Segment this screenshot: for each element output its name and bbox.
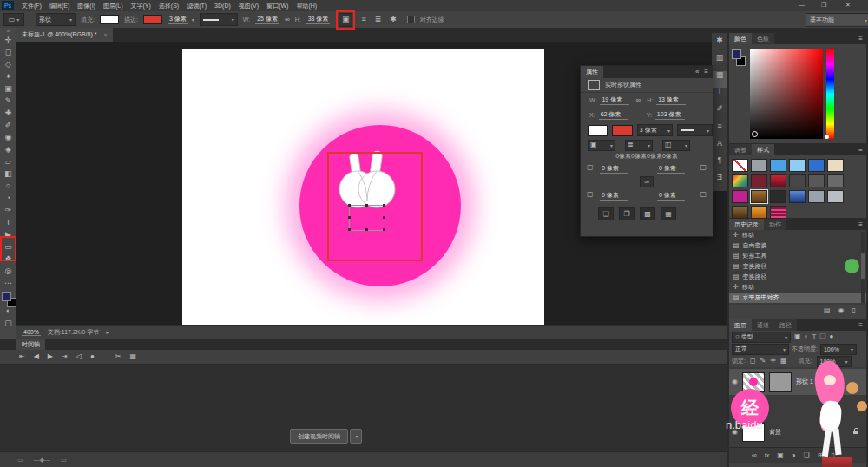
- tab-channels[interactable]: 通道: [752, 319, 774, 331]
- gradient-tool[interactable]: ◧: [4, 170, 12, 182]
- hue-slider[interactable]: [826, 49, 834, 139]
- layer-style-icon[interactable]: fx: [765, 452, 769, 458]
- panel-menu-icon[interactable]: ≡: [858, 36, 863, 43]
- style-swatch[interactable]: [770, 159, 786, 172]
- next-frame-icon[interactable]: ⇥: [62, 353, 68, 360]
- blend-mode-dropdown[interactable]: 正常▾: [732, 344, 789, 355]
- document-tab-close-icon[interactable]: ×: [103, 32, 107, 38]
- style-swatch[interactable]: [827, 174, 844, 187]
- intersect-shape-icon[interactable]: ▩: [640, 207, 655, 220]
- corner-radius-field[interactable]: 0 像素: [600, 191, 628, 201]
- pen-tool[interactable]: ✑: [5, 207, 12, 219]
- shape-height-field[interactable]: 13 像素: [656, 95, 686, 105]
- menu-help[interactable]: 帮助(H): [296, 2, 317, 10]
- style-swatch[interactable]: [751, 159, 767, 172]
- panel-menu-icon[interactable]: ≡: [704, 69, 708, 76]
- visibility-eye-icon[interactable]: ◉: [732, 378, 738, 385]
- menu-window[interactable]: 窗口(W): [266, 2, 288, 10]
- color-fg-bg-widget[interactable]: [732, 49, 747, 67]
- stroke-corners-dropdown[interactable]: ◫▾: [662, 140, 690, 151]
- menu-filter[interactable]: 滤镜(T): [187, 2, 207, 10]
- audio-icon[interactable]: ◁: [76, 353, 82, 360]
- tab-paths[interactable]: 路径: [774, 319, 797, 331]
- exclude-shape-icon[interactable]: ▦: [661, 207, 676, 220]
- layer-name[interactable]: 背景: [769, 428, 781, 437]
- anchor-point[interactable]: [348, 228, 351, 231]
- shape-y-field[interactable]: 103 像素: [655, 110, 685, 120]
- path-arrange-icon[interactable]: ≣: [375, 16, 382, 23]
- style-swatch[interactable]: [808, 190, 825, 203]
- tab-adjustments[interactable]: 调整: [729, 144, 752, 155]
- live-shape-path[interactable]: [349, 205, 385, 231]
- corner-checkbox-icon[interactable]: ▢: [587, 164, 594, 171]
- history-step[interactable]: ▤ 自由变换: [729, 240, 866, 251]
- prev-frame-icon[interactable]: ◀: [34, 353, 39, 360]
- timeline-type-dropdown[interactable]: ▾: [350, 429, 362, 444]
- dodge-tool[interactable]: ◔: [6, 194, 10, 207]
- adjustment-layer-icon[interactable]: ◑: [792, 452, 796, 459]
- style-swatch[interactable]: [732, 174, 748, 187]
- menu-file[interactable]: 文件(F): [22, 2, 42, 10]
- tab-color[interactable]: 颜色: [729, 33, 752, 44]
- document-canvas[interactable]: [182, 49, 544, 325]
- anchor-point[interactable]: [383, 204, 385, 207]
- blur-tool[interactable]: ○: [6, 182, 10, 194]
- corner-radius-field[interactable]: 0 像素: [657, 191, 685, 201]
- path-alignment-icon[interactable]: ≡: [361, 16, 365, 23]
- fg-color-swatch[interactable]: [732, 49, 741, 59]
- style-swatch[interactable]: [732, 190, 748, 203]
- timeline-zoom-slider[interactable]: —◆—: [34, 457, 50, 464]
- zoom-tool[interactable]: ◎: [5, 267, 12, 280]
- corner-checkbox-icon[interactable]: ▢: [587, 191, 594, 198]
- menu-image[interactable]: 图像(I): [77, 2, 95, 10]
- collapse-panel-icon[interactable]: «: [695, 69, 699, 76]
- timeline-zoom-in-icon[interactable]: ▭: [61, 457, 67, 464]
- menu-view[interactable]: 视图(V): [239, 2, 259, 10]
- panel-menu-icon[interactable]: ≡: [858, 147, 863, 154]
- lock-all-icon[interactable]: ▦: [780, 358, 787, 365]
- history-brush-tool[interactable]: ◈: [5, 146, 11, 158]
- tab-history[interactable]: 历史记录: [729, 219, 764, 230]
- anchor-point[interactable]: [383, 216, 385, 219]
- stroke-swatch[interactable]: [143, 15, 162, 24]
- restore-button[interactable]: ❐: [821, 2, 826, 9]
- fill-swatch[interactable]: [100, 15, 119, 24]
- marquee-tool[interactable]: ◻: [5, 49, 11, 61]
- link-radii-button[interactable]: ∞: [640, 176, 654, 187]
- layer-mask-icon[interactable]: ▣: [777, 452, 784, 459]
- shape-x-field[interactable]: 62 像素: [599, 110, 628, 120]
- document-tab[interactable]: 未标题-1 @ 400%(RGB/8) * ×: [16, 28, 113, 42]
- lasso-tool[interactable]: ◇: [5, 61, 11, 73]
- stroke-align-dropdown[interactable]: ▣▾: [588, 140, 615, 151]
- corner-radius-field[interactable]: 0 像素: [657, 164, 685, 174]
- timeline-zoom-out-icon[interactable]: ▭: [17, 457, 23, 464]
- zoom-level-field[interactable]: 400%: [22, 329, 41, 336]
- style-swatch[interactable]: [732, 159, 748, 172]
- height-field[interactable]: 38 像素: [306, 15, 331, 24]
- shape-fill-swatch[interactable]: [588, 125, 608, 136]
- color-field[interactable]: [750, 49, 823, 139]
- create-video-timeline-button[interactable]: 创建视频时间轴: [290, 429, 348, 444]
- color-swatch-widget[interactable]: [2, 292, 16, 307]
- brush-presets-icon[interactable]: ✐: [716, 105, 723, 122]
- style-swatch[interactable]: [789, 174, 806, 187]
- path-selection-tool[interactable]: ▶: [5, 231, 11, 243]
- quick-mask-button[interactable]: ◐: [6, 307, 10, 319]
- workspace-switcher[interactable]: 基本功能▾: [806, 13, 868, 27]
- shape-stroke-width-dropdown[interactable]: 3 像素▾: [637, 124, 673, 136]
- eyedropper-tool[interactable]: ✎: [5, 97, 12, 109]
- tab-actions[interactable]: 动作: [764, 219, 786, 230]
- anchor-point[interactable]: [348, 204, 351, 207]
- split-icon[interactable]: ✂: [115, 353, 122, 360]
- shape-stroke-type-dropdown[interactable]: ▾: [677, 124, 713, 136]
- brush-tool[interactable]: ✐: [5, 122, 12, 134]
- style-swatch[interactable]: [808, 174, 825, 187]
- style-swatch[interactable]: [808, 159, 825, 172]
- eraser-tool[interactable]: ▱: [5, 158, 11, 170]
- corner-radius-field[interactable]: 0 像素: [600, 164, 628, 174]
- style-swatch[interactable]: [770, 174, 786, 187]
- shape-stroke-swatch[interactable]: [612, 125, 632, 136]
- combine-shapes-icon[interactable]: ❏: [598, 207, 614, 220]
- clone-source-icon[interactable]: ≡: [717, 122, 721, 140]
- status-flyout-icon[interactable]: ▸: [106, 329, 109, 336]
